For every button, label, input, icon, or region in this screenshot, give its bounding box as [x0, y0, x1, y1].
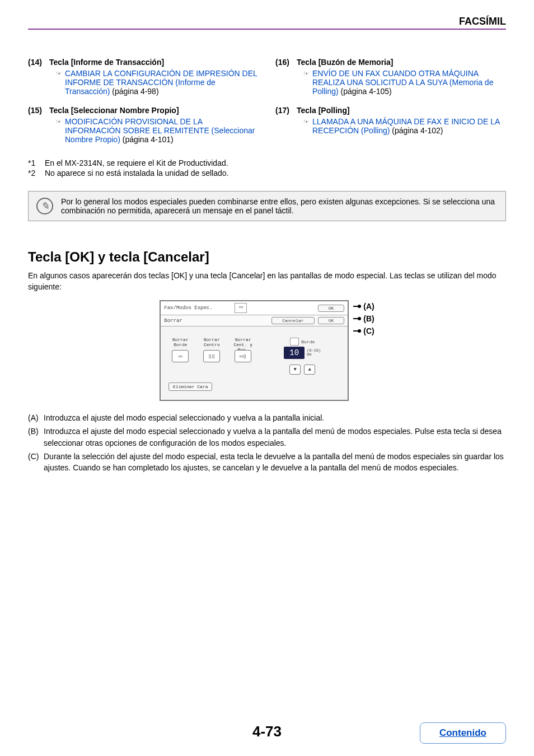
list-item: (16) Tecla [Buzón de Memoria]	[275, 58, 506, 67]
list-item: (14) Tecla [Informe de Transacción]	[28, 58, 259, 67]
erase-edge-center-option: BorrarCent. y Bor. ▭▯	[229, 338, 257, 375]
value-display: 10	[284, 347, 305, 359]
abc-text: Introduzca el ajuste del modo especial s…	[44, 426, 506, 449]
increment-button[interactable]: ▲	[304, 365, 315, 375]
contents-button[interactable]: Contenido	[420, 722, 506, 744]
abc-text: Introduzca el ajuste del modo especial s…	[44, 412, 324, 423]
header-title: FACSÍMIL	[28, 16, 506, 29]
touch-panel: Fax/Modos Espec. ▭ OK Borrar Cancelar OK…	[160, 300, 349, 401]
opt-label: Borrar	[235, 337, 251, 342]
list-item: (15) Tecla [Seleccionar Nombre Propio]	[28, 106, 259, 115]
section-intro: En algunos casos aparecerán dos teclas […	[28, 270, 506, 292]
page-number: 4-73	[252, 723, 282, 740]
abc-text: Durante la selección del ajuste del modo…	[44, 451, 506, 474]
item-title: Tecla [Buzón de Memoria]	[297, 58, 393, 67]
erase-edge-option: BorrarBorde ▭	[166, 338, 194, 375]
footnotes: *1 En el MX-2314N, se requiere el Kit de…	[28, 158, 259, 178]
opt-label: Borde	[174, 342, 187, 347]
pointer-icon: ☞	[303, 70, 309, 77]
value-label: Borde	[301, 339, 315, 344]
ok-button-b[interactable]: OK	[318, 317, 345, 324]
item-number: (15)	[28, 106, 49, 115]
footnote-text: En el MX-2314N, se requiere el Kit de Pr…	[45, 158, 228, 167]
cancel-button[interactable]: Cancelar	[271, 317, 314, 324]
edge-center-icon[interactable]: ▭▯	[235, 350, 251, 362]
item-number: (17)	[275, 106, 297, 115]
item-title: Tecla [Seleccionar Nombre Propio]	[49, 106, 179, 115]
list-item: (17) Tecla [Polling]	[275, 106, 506, 115]
item-link-row: ☞ MODIFICACIÓN PROVISIONAL DE LA INFORMA…	[56, 117, 259, 144]
callout-descriptions: (A)Introduzca el ajuste del modo especia…	[28, 412, 506, 473]
page-suffix: (página 4-102)	[390, 126, 443, 135]
left-column: (14) Tecla [Informe de Transacción] ☞ CA…	[28, 58, 259, 179]
page-suffix: (página 4-105)	[339, 87, 392, 96]
panel-figure: Fax/Modos Espec. ▭ OK Borrar Cancelar OK…	[28, 300, 506, 401]
right-column: (16) Tecla [Buzón de Memoria] ☞ ENVÍO DE…	[275, 58, 506, 179]
items-columns: (14) Tecla [Informe de Transacción] ☞ CA…	[28, 58, 506, 179]
doc-icon: ▭	[235, 303, 247, 313]
pointer-icon: ☞	[56, 118, 62, 125]
callout-a: (A)	[363, 302, 374, 311]
edge-icon[interactable]: ▭	[172, 350, 189, 362]
pointer-icon: ☞	[303, 118, 309, 125]
panel-subtitle: Borrar	[164, 318, 271, 324]
footnote-num: *2	[28, 169, 45, 178]
erase-options: BorrarBorde ▭ BorrarCentro ▯▯ BorrarCent…	[166, 338, 257, 375]
item-number: (16)	[275, 58, 297, 67]
measure-icon	[290, 338, 299, 346]
panel-breadcrumb: Fax/Modos Espec.	[164, 305, 235, 311]
item-link-row: ☞ LLAMADA A UNA MÁQUINA DE FAX E INICIO …	[303, 117, 506, 135]
info-note-text: Por lo general los modos especiales pued…	[61, 197, 498, 215]
erase-center-option: BorrarCentro ▯▯	[198, 338, 226, 375]
value-unit: mm	[307, 353, 321, 357]
section-heading: Tecla [OK] y tecla [Cancelar]	[28, 249, 506, 265]
abc-label: (B)	[28, 426, 44, 449]
item-title: Tecla [Polling]	[297, 106, 350, 115]
page-suffix: (página 4-98)	[110, 87, 158, 96]
callout-c: (C)	[363, 326, 374, 335]
footnote: *2 No aparece si no está instalada la un…	[28, 169, 259, 178]
footnote-num: *1	[28, 158, 45, 167]
item-title: Tecla [Informe de Transacción]	[49, 58, 164, 67]
erase-face-button[interactable]: Eliminar Cara	[168, 382, 212, 391]
pointer-icon: ☞	[56, 70, 62, 77]
center-icon[interactable]: ▯▯	[203, 350, 220, 362]
callout-b: (B)	[363, 314, 374, 323]
info-note-box: ✎ Por lo general los modos especiales pu…	[28, 191, 506, 221]
abc-label: (A)	[28, 412, 44, 423]
cross-ref-link[interactable]: CAMBIAR LA CONFIGURACIÓN DE IMPRESIÓN DE…	[65, 69, 257, 96]
panel-row-1: Fax/Modos Espec. ▭ OK	[161, 301, 348, 315]
opt-label: Borrar	[172, 337, 189, 342]
abc-label: (C)	[28, 451, 44, 474]
value-area: Borde 10 (0~20) mm ▼ ▲	[263, 338, 342, 375]
opt-label: Borrar	[204, 337, 220, 342]
panel-body: BorrarBorde ▭ BorrarCentro ▯▯ BorrarCent…	[161, 326, 348, 378]
page-suffix: (página 4-101)	[120, 135, 174, 144]
callouts: (A) (B) (C)	[353, 300, 374, 337]
item-link-row: ☞ CAMBIAR LA CONFIGURACIÓN DE IMPRESIÓN …	[56, 69, 259, 96]
footnote-text: No aparece si no está instalada la unida…	[45, 169, 228, 178]
ok-button-a[interactable]: OK	[318, 305, 345, 312]
footnote: *1 En el MX-2314N, se requiere el Kit de…	[28, 158, 259, 167]
opt-label: Centro	[204, 342, 220, 347]
decrement-button[interactable]: ▼	[289, 365, 301, 375]
note-icon: ✎	[36, 198, 53, 214]
item-link-row: ☞ ENVÍO DE UN FAX CUANDO OTRA MÁQUINA RE…	[303, 69, 506, 96]
header-rule	[28, 29, 506, 30]
panel-row-2: Borrar Cancelar OK	[161, 315, 348, 326]
item-number: (14)	[28, 58, 49, 67]
